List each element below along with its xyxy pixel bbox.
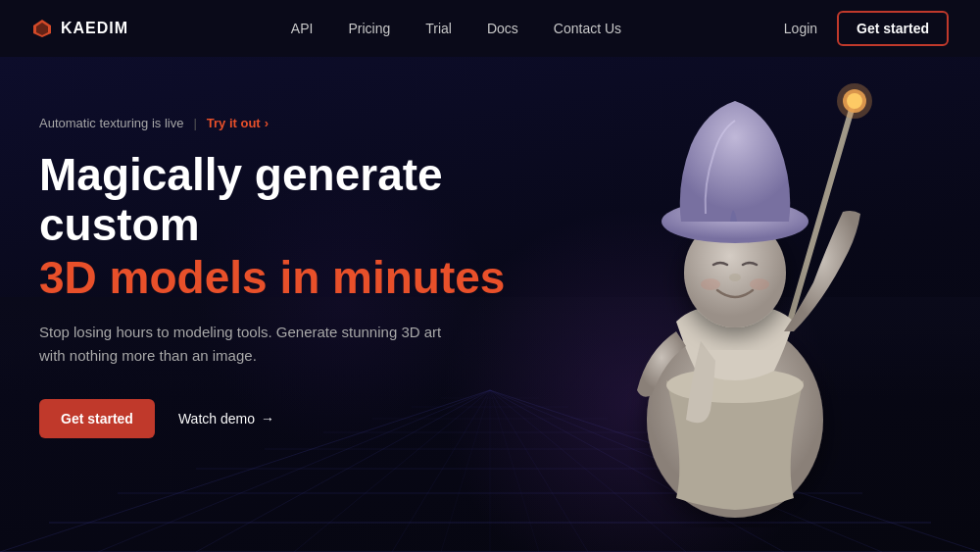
hero-character (549, 57, 921, 527)
hero-subtitle: Stop losing hours to modeling tools. Gen… (39, 321, 470, 368)
nav-link-pricing[interactable]: Pricing (348, 21, 390, 36)
hero-content: Automatic texturing is live | Try it out… (39, 116, 588, 438)
announcement-divider: | (193, 116, 196, 130)
nav-links: API Pricing Trial Docs Contact Us (291, 21, 621, 36)
nav-get-started-button[interactable]: Get started (837, 11, 949, 46)
hero-title-white: Magically generate custom (39, 150, 588, 249)
hero-section: Automatic texturing is live | Try it out… (0, 57, 980, 552)
brand-name: KAEDIM (61, 20, 128, 37)
announcement-bar: Automatic texturing is live | Try it out… (39, 116, 588, 130)
svg-point-33 (729, 274, 741, 281)
nav-right: Login Get started (784, 11, 949, 46)
svg-point-35 (750, 278, 769, 290)
logo-icon (31, 18, 53, 39)
login-button[interactable]: Login (784, 21, 817, 36)
hero-get-started-button[interactable]: Get started (39, 399, 155, 438)
nav-link-api[interactable]: API (291, 21, 314, 36)
character-svg (549, 57, 921, 527)
nav-link-contact[interactable]: Contact Us (554, 21, 621, 36)
hero-actions: Get started Watch demo → (39, 399, 588, 438)
logo[interactable]: KAEDIM (31, 18, 128, 39)
nav-link-docs[interactable]: Docs (487, 21, 518, 36)
watch-demo-button[interactable]: Watch demo → (178, 411, 274, 427)
navigation: KAEDIM API Pricing Trial Docs Contact Us… (0, 0, 980, 57)
announcement-text: Automatic texturing is live (39, 116, 183, 130)
svg-point-28 (847, 93, 862, 109)
svg-point-34 (701, 278, 720, 290)
nav-link-trial[interactable]: Trial (425, 21, 452, 36)
try-it-link[interactable]: Try it out › (207, 116, 269, 130)
hero-title-orange: 3D models in minutes (39, 253, 588, 303)
